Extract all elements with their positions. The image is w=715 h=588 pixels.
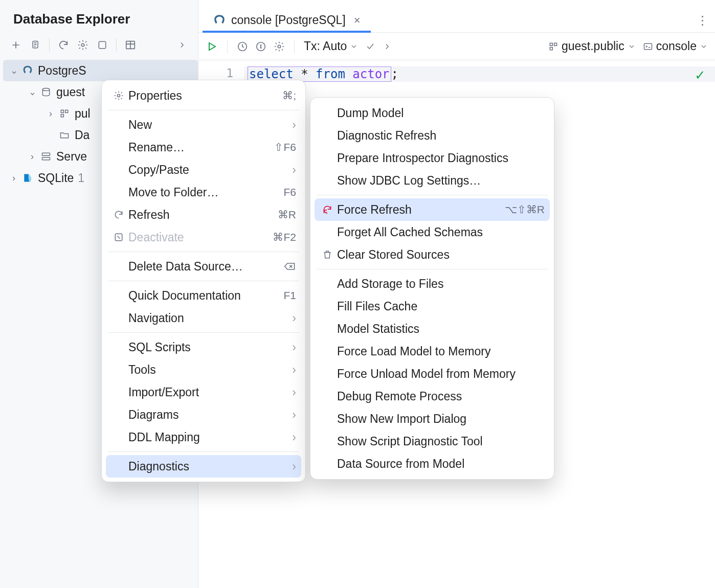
- menu-item[interactable]: Forget All Cached Schemas: [310, 221, 554, 243]
- next-icon[interactable]: [383, 42, 392, 51]
- history-icon[interactable]: [237, 41, 248, 52]
- menu-item[interactable]: Delete Data Source…: [102, 255, 305, 278]
- menu-item[interactable]: Diagnostic Refresh: [310, 124, 554, 147]
- folder-icon: [57, 130, 72, 140]
- svg-rect-15: [550, 43, 552, 46]
- svg-point-1: [81, 43, 84, 47]
- menu-item[interactable]: Properties⌘;: [102, 84, 305, 107]
- menu-item-label: Model Statistics: [335, 322, 545, 336]
- tab-console[interactable]: console [PostgreSQL] ×: [203, 8, 371, 32]
- menu-item[interactable]: Add Storage to Files: [310, 273, 554, 295]
- submenu-arrow-icon: ›: [285, 431, 296, 444]
- tab-menu-icon[interactable]: ⋮: [694, 13, 711, 32]
- menu-item-label: Quick Documentation: [126, 289, 283, 303]
- menu-item-label: Diagnostics: [126, 460, 285, 473]
- explain-icon[interactable]: [255, 41, 266, 52]
- menu-item-label: Dump Model: [335, 106, 545, 120]
- menu-item[interactable]: Navigation›: [102, 307, 305, 329]
- menu-item-label: Refresh: [126, 208, 278, 222]
- submenu-arrow-icon: ›: [285, 363, 296, 377]
- menu-item[interactable]: Tools›: [102, 358, 305, 381]
- postgres-icon: [213, 14, 226, 27]
- submenu-arrow-icon: ›: [285, 408, 296, 422]
- tree-arrow-icon[interactable]: ⌄: [7, 65, 20, 76]
- tree-arrow-icon[interactable]: ⌄: [26, 86, 39, 98]
- menu-item[interactable]: Show Script Diagnostic Tool: [310, 430, 554, 453]
- menu-item[interactable]: Rename…⇧F6: [102, 136, 305, 159]
- svg-rect-5: [61, 110, 63, 112]
- menu-item-label: Rename…: [126, 141, 274, 154]
- menu-item[interactable]: New›: [102, 114, 305, 136]
- trash-icon: [320, 250, 335, 260]
- submenu-arrow-icon: ›: [285, 311, 296, 325]
- copy-icon[interactable]: [29, 38, 42, 52]
- menu-item[interactable]: Prepare Introspector Diagnostics: [310, 147, 554, 169]
- menu-item[interactable]: Copy/Paste›: [102, 159, 305, 181]
- tree-label: SQLite: [38, 171, 74, 185]
- close-tab-icon[interactable]: ×: [354, 14, 361, 27]
- svg-point-14: [278, 45, 281, 48]
- deactivate-icon: [111, 232, 126, 242]
- menu-item[interactable]: Clear Stored Sources: [310, 243, 554, 266]
- tool-settings-icon[interactable]: [274, 41, 285, 52]
- settings-icon[interactable]: [76, 38, 90, 52]
- tree-item[interactable]: ⌄PostgreS: [3, 60, 198, 81]
- code-line-1[interactable]: select * from actor;: [244, 66, 715, 82]
- svg-point-10: [217, 18, 218, 20]
- menu-item-label: New: [126, 118, 285, 132]
- menu-item[interactable]: DDL Mapping›: [102, 426, 305, 448]
- menu-item[interactable]: Fill Files Cache: [310, 295, 554, 318]
- menu-item[interactable]: Move to Folder…F6: [102, 181, 305, 203]
- menu-item[interactable]: Debug Remote Process: [310, 385, 554, 408]
- tree-arrow-icon[interactable]: ›: [44, 108, 57, 119]
- tx-mode-dropdown[interactable]: Tx: Auto: [304, 39, 358, 53]
- menu-item[interactable]: Dump Model: [310, 102, 554, 124]
- menu-shortcut: ⌥⇧⌘R: [505, 203, 545, 216]
- stop-icon[interactable]: [96, 38, 109, 52]
- table-icon[interactable]: [124, 38, 137, 52]
- menu-item[interactable]: Show JDBC Log Settings…: [310, 169, 554, 192]
- tree-arrow-icon[interactable]: ›: [26, 151, 39, 162]
- svg-rect-6: [65, 110, 68, 112]
- menu-item[interactable]: Model Statistics: [310, 318, 554, 340]
- menu-shortcut-icon: [284, 261, 296, 272]
- menu-item-label: Force Refresh: [335, 203, 505, 217]
- menu-item: Deactivate⌘F2: [102, 226, 305, 248]
- db-icon: [39, 87, 53, 97]
- menu-item[interactable]: Data Source from Model: [310, 453, 554, 475]
- svg-rect-17: [550, 47, 552, 50]
- svg-rect-18: [644, 43, 652, 50]
- menu-item[interactable]: Refresh⌘R: [102, 203, 305, 226]
- menu-item[interactable]: Diagrams›: [102, 403, 305, 426]
- svg-rect-9: [42, 157, 50, 160]
- expand-icon[interactable]: [175, 38, 189, 52]
- menu-item[interactable]: Force Refresh⌥⇧⌘R: [315, 198, 550, 221]
- menu-item[interactable]: Show New Import Dialog: [310, 408, 554, 430]
- menu-item[interactable]: Force Load Model to Memory: [310, 340, 554, 363]
- commit-icon[interactable]: [365, 41, 375, 52]
- refresh-icon[interactable]: [57, 38, 70, 52]
- tab-title: console [PostgreSQL]: [231, 13, 346, 27]
- postgres-icon: [20, 65, 35, 76]
- menu-item-label: Clear Stored Sources: [335, 248, 545, 262]
- menu-item[interactable]: Quick DocumentationF1: [102, 284, 305, 307]
- tree-arrow-icon[interactable]: ›: [7, 173, 20, 184]
- menu-item[interactable]: Force Unload Model from Memory: [310, 363, 554, 385]
- menu-shortcut: ⇧F6: [274, 141, 296, 153]
- tree-label: Serve: [56, 150, 87, 164]
- add-icon[interactable]: [9, 38, 23, 52]
- sqlite-icon: [20, 173, 35, 183]
- menu-item-label: Show New Import Dialog: [335, 412, 545, 426]
- menu-item[interactable]: SQL Scripts›: [102, 336, 305, 358]
- menu-item[interactable]: Import/Export›: [102, 381, 305, 403]
- menu-item-label: Properties: [126, 89, 282, 103]
- schema-dropdown[interactable]: guest.public: [548, 39, 636, 53]
- console-dropdown[interactable]: console: [643, 39, 708, 53]
- context-menu-primary: Properties⌘;New›Rename…⇧F6Copy/Paste›Mov…: [101, 80, 306, 482]
- menu-item[interactable]: Diagnostics›: [106, 455, 301, 478]
- submenu-arrow-icon: ›: [285, 460, 296, 473]
- menu-item-label: Forget All Cached Schemas: [335, 225, 545, 239]
- svg-point-4: [42, 88, 49, 91]
- menu-item-label: Move to Folder…: [126, 186, 283, 199]
- run-button[interactable]: [206, 40, 218, 53]
